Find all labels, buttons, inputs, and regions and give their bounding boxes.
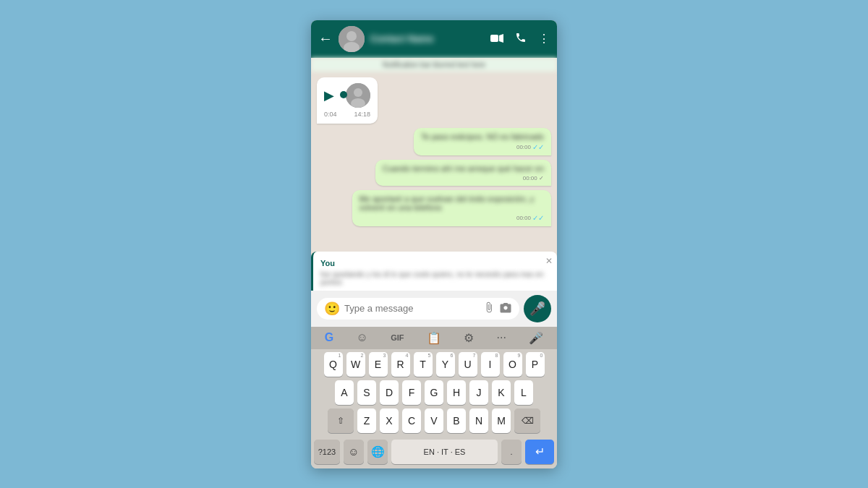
svg-marker-4 (499, 34, 503, 43)
key-p[interactable]: P0 (526, 352, 545, 377)
reply-preview: You fue quedando y los di lo que coolo q… (311, 252, 557, 291)
key-s[interactable]: S (357, 380, 376, 405)
notification-bar: Notification bar blurred text here (311, 58, 557, 72)
key-a[interactable]: A (335, 380, 354, 405)
keyboard-bottom-row: ?123 ☺ 🌐 EN · IT · ES . ↵ (311, 440, 557, 468)
reply-text: fue quedando y los di lo que coolo quier… (320, 270, 550, 286)
attach-button[interactable] (483, 301, 495, 316)
read-receipts: ✓✓ (532, 143, 544, 151)
number-key[interactable]: ?123 (314, 440, 340, 464)
message-time: 00:00 ✓ (383, 175, 544, 181)
more-keyboard-icon[interactable]: ··· (497, 331, 506, 344)
bottom-emoji-key[interactable]: ☺ (344, 440, 364, 464)
read-receipts: ✓✓ (532, 214, 544, 222)
contact-avatar (339, 26, 365, 52)
play-button[interactable]: ▶ (324, 87, 334, 103)
chat-header: ← Contact Name ⋮ (311, 20, 557, 58)
microphone-icon: 🎤 (529, 301, 545, 317)
keyboard-toolbar: G ☺ GIF 📋 ⚙ ··· 🎤 (311, 327, 557, 349)
shift-key[interactable]: ⇧ (328, 408, 354, 433)
svg-point-1 (346, 31, 357, 41)
message-text: Cuando termino ahí me arreque qué hacer … (383, 164, 544, 173)
key-o[interactable]: O9 (503, 352, 522, 377)
sent-message-3: Me aportaré a que vuelvan del éxito expo… (352, 190, 551, 226)
more-options-icon[interactable]: ⋮ (538, 32, 550, 46)
key-i[interactable]: I8 (481, 352, 500, 377)
message-time: 00:00 ✓✓ (421, 143, 544, 151)
input-wrapper: 🙂 (317, 298, 519, 320)
phone-container: ← Contact Name ⋮ (311, 20, 557, 468)
message-text: Te paso esticipos. NO es fabricado (421, 132, 544, 141)
voice-total: 14:18 (354, 111, 370, 118)
key-f[interactable]: F (402, 380, 421, 405)
message-text: Me aportaré a que vuelvan del éxito expo… (359, 194, 535, 212)
keyboard-row-1: Q1 W2 E3 R4 T5 Y6 U7 I8 O9 P0 (314, 352, 554, 377)
camera-button[interactable] (499, 301, 512, 316)
key-k[interactable]: K (492, 380, 511, 405)
keyboard-row-3: ⇧ Z X C V B N M ⌫ (314, 408, 554, 433)
key-r[interactable]: R4 (391, 352, 410, 377)
voice-message-meta: 0:04 14:18 (324, 111, 370, 118)
key-l[interactable]: L (514, 380, 533, 405)
keyboard-row-2: A S D F G H J K L (314, 380, 554, 405)
google-logo[interactable]: G (325, 331, 333, 344)
delete-key[interactable]: ⌫ (514, 408, 540, 433)
key-e[interactable]: E3 (369, 352, 388, 377)
globe-key[interactable]: 🌐 (367, 440, 388, 464)
back-button[interactable]: ← (318, 30, 333, 47)
close-reply-button[interactable]: ✕ (545, 256, 553, 266)
gif-button[interactable]: GIF (391, 333, 404, 342)
enter-key[interactable]: ↵ (525, 440, 554, 464)
phone-call-icon[interactable] (515, 32, 527, 46)
period-key[interactable]: . (501, 440, 522, 464)
keyboard: G ☺ GIF 📋 ⚙ ··· 🎤 Q1 W2 E3 R4 T5 Y6 U7 I… (311, 327, 557, 468)
voice-sender-avatar (346, 83, 370, 108)
video-call-icon[interactable] (490, 33, 503, 46)
voice-elapsed: 0:04 (324, 111, 337, 118)
reply-sender: You (320, 259, 335, 267)
key-h[interactable]: H (447, 380, 466, 405)
key-v[interactable]: V (425, 408, 443, 433)
voice-record-button[interactable]: 🎤 (524, 295, 551, 322)
key-n[interactable]: N (469, 408, 488, 433)
key-g[interactable]: G (425, 380, 443, 405)
svg-point-6 (354, 88, 362, 97)
key-j[interactable]: J (469, 380, 488, 405)
key-w[interactable]: W2 (346, 352, 365, 377)
key-t[interactable]: T5 (414, 352, 433, 377)
message-time: 00:00 ✓✓ (359, 214, 544, 222)
waveform-dot (340, 91, 347, 98)
message-input[interactable] (344, 303, 479, 314)
keyboard-emoji-icon[interactable]: ☺ (356, 331, 367, 344)
language-key[interactable]: EN · IT · ES (391, 440, 498, 464)
sent-message-1: Te paso esticipos. NO es fabricado 00:00… (414, 128, 551, 155)
header-actions: ⋮ (490, 32, 550, 46)
key-q[interactable]: Q1 (324, 352, 343, 377)
key-c[interactable]: C (402, 408, 421, 433)
key-y[interactable]: Y6 (436, 352, 455, 377)
svg-rect-3 (490, 35, 498, 42)
key-x[interactable]: X (380, 408, 399, 433)
clipboard-icon[interactable]: 📋 (427, 331, 441, 345)
key-z[interactable]: Z (357, 408, 376, 433)
voice-message-content: ▶ (324, 83, 370, 108)
contact-info: Contact Name (370, 33, 485, 44)
keyboard-mic-icon[interactable]: 🎤 (529, 331, 543, 345)
emoji-button[interactable]: 🙂 (324, 301, 340, 317)
contact-name: Contact Name (370, 33, 485, 44)
message-input-area: 🙂 🎤 (311, 291, 557, 327)
key-d[interactable]: D (380, 380, 399, 405)
keyboard-keys: Q1 W2 E3 R4 T5 Y6 U7 I8 O9 P0 A S D F G … (311, 349, 557, 440)
keyboard-settings-icon[interactable]: ⚙ (464, 331, 474, 345)
voice-message-bubble: ▶ 0:04 14:18 (317, 77, 378, 124)
chat-area[interactable]: ▶ 0:04 14:18 Te paso e (311, 72, 557, 252)
sent-message-2: Cuando termino ahí me arreque qué hacer … (375, 160, 551, 186)
key-b[interactable]: B (447, 408, 466, 433)
key-u[interactable]: U7 (459, 352, 477, 377)
key-m[interactable]: M (492, 408, 511, 433)
